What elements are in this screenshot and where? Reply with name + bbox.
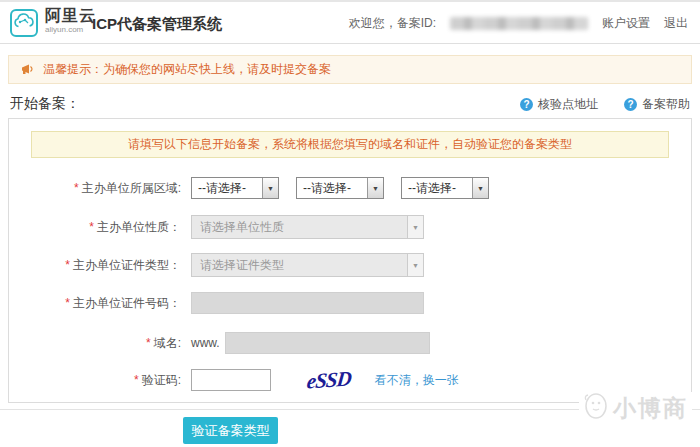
captcha-row: *验证码: eSSD 看不清，换一张: [9, 368, 693, 392]
section-row: 开始备案： ? 核验点地址 ? 备案帮助: [10, 94, 690, 114]
header-user-area: 欢迎您，备案ID: 账户设置 退出: [349, 2, 688, 44]
captcha-refresh-link[interactable]: 看不清，换一张: [375, 372, 459, 389]
brand-name: 阿里云: [45, 8, 96, 24]
domain-label: *域名:: [9, 335, 181, 352]
brand-wrap: 阿里云 aliyun.com: [45, 8, 96, 34]
page-title: 开始备案：: [10, 95, 80, 113]
icp-filing-page: 阿里云 aliyun.com ICP代备案管理系统 欢迎您，备案ID: 账户设置…: [0, 0, 700, 447]
captcha-image[interactable]: eSSD: [306, 366, 352, 394]
cert-type-label: *主办单位证件类型：: [9, 257, 181, 274]
cert-number-input[interactable]: [191, 292, 424, 314]
filing-form-panel: 请填写以下信息开始备案，系统将根据您填写的域名和证件，自动验证您的备案类型 *主…: [8, 118, 692, 403]
redacted-user-id: [450, 17, 588, 30]
region-row: *主办单位所属区域: --请选择- ▼ --请选择- ▼ --请选择- ▼: [9, 176, 693, 200]
aliyun-logo[interactable]: [10, 9, 38, 37]
domain-input[interactable]: [225, 332, 430, 354]
logout-link[interactable]: 退出: [664, 15, 688, 32]
domain-prefix: www.: [191, 336, 220, 350]
cert-number-label: *主办单位证件号码：: [9, 295, 181, 312]
required-mark: *: [65, 258, 70, 272]
dropdown-arrow-icon[interactable]: ▼: [407, 216, 423, 238]
notice-text: 温馨提示：为确保您的网站尽快上线，请及时提交备案: [43, 61, 331, 78]
dropdown-arrow-icon[interactable]: ▼: [472, 178, 488, 198]
account-settings-link[interactable]: 账户设置: [602, 15, 650, 32]
required-mark: *: [146, 336, 151, 350]
cert-type-select[interactable]: 请选择证件类型 ▼: [191, 253, 424, 277]
region-label: *主办单位所属区域:: [9, 180, 181, 197]
cloud-icon: [13, 13, 35, 33]
region-select-province[interactable]: --请选择- ▼: [191, 177, 279, 199]
megaphone-icon: [21, 61, 35, 79]
watermark: 小博商: [579, 392, 692, 424]
brand-domain: aliyun.com: [45, 26, 96, 34]
cert-number-row: *主办单位证件号码：: [9, 291, 693, 315]
notice-bar: 温馨提示：为确保您的网站尽快上线，请及时提交备案: [8, 55, 692, 84]
filing-help-link[interactable]: ? 备案帮助: [624, 96, 690, 113]
required-mark: *: [74, 181, 79, 195]
verification-address-label: 核验点地址: [538, 96, 598, 113]
required-mark: *: [89, 220, 94, 234]
verify-filing-type-button[interactable]: 验证备案类型: [183, 417, 278, 444]
region-select-city[interactable]: --请选择- ▼: [296, 177, 384, 199]
penguin-icon: [583, 392, 609, 424]
region-select-district-value: --请选择-: [402, 180, 472, 197]
watermark-text: 小博商: [613, 393, 688, 424]
verification-address-link[interactable]: ? 核验点地址: [520, 96, 598, 113]
dropdown-arrow-icon[interactable]: ▼: [407, 254, 423, 276]
captcha-input[interactable]: [191, 369, 271, 391]
region-select-city-value: --请选择-: [297, 180, 367, 197]
cert-type-row: *主办单位证件类型： 请选择证件类型 ▼: [9, 253, 693, 277]
dropdown-arrow-icon[interactable]: ▼: [367, 178, 383, 198]
required-mark: *: [65, 296, 70, 310]
help-icon: ?: [520, 98, 533, 111]
dropdown-arrow-icon[interactable]: ▼: [262, 178, 278, 198]
captcha-label: *验证码:: [9, 372, 181, 389]
region-select-district[interactable]: --请选择- ▼: [401, 177, 489, 199]
domain-row: *域名: www.: [9, 331, 693, 355]
org-nature-select[interactable]: 请选择单位性质 ▼: [191, 215, 424, 239]
org-nature-label: *主办单位性质：: [9, 219, 181, 236]
org-nature-row: *主办单位性质： 请选择单位性质 ▼: [9, 215, 693, 239]
system-title: ICP代备案管理系统: [92, 15, 222, 34]
section-links: ? 核验点地址 ? 备案帮助: [520, 96, 690, 113]
header: 阿里云 aliyun.com ICP代备案管理系统 欢迎您，备案ID: 账户设置…: [0, 2, 700, 44]
cert-type-placeholder: 请选择证件类型: [192, 257, 407, 274]
org-nature-placeholder: 请选择单位性质: [192, 219, 407, 236]
region-select-province-value: --请选择-: [192, 180, 262, 197]
form-instruction: 请填写以下信息开始备案，系统将根据您填写的域名和证件，自动验证您的备案类型: [31, 131, 669, 158]
help-icon: ?: [624, 98, 637, 111]
filing-help-label: 备案帮助: [642, 96, 690, 113]
welcome-text: 欢迎您，备案ID:: [349, 15, 436, 32]
required-mark: *: [134, 373, 139, 387]
